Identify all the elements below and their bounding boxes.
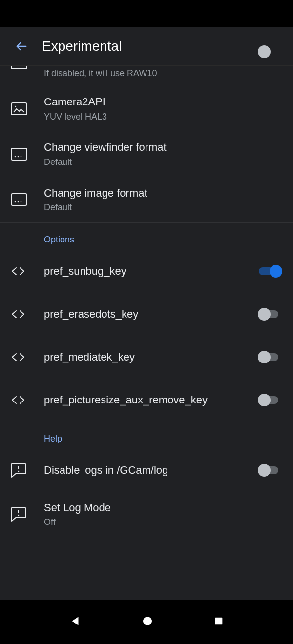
- row-text: pref_sunbug_key: [34, 264, 248, 279]
- section-header-label: Options: [44, 235, 282, 245]
- svg-rect-3: [11, 148, 27, 160]
- nav-recent-button[interactable]: [213, 616, 224, 628]
- arrow-left-icon: [15, 40, 28, 53]
- icon-slot: [11, 66, 34, 70]
- svg-rect-16: [215, 618, 222, 625]
- settings-list: If disabled, it will use RAW10 Camera2AP…: [0, 66, 293, 537]
- row-title: pref_mediatek_key: [44, 350, 248, 364]
- code-icon: [11, 266, 25, 277]
- svg-point-6: [21, 156, 22, 158]
- row-text: pref_picturesize_aux_remove_key: [34, 393, 248, 407]
- list-item-pref-mediatek[interactable]: pref_mediatek_key: [0, 336, 293, 379]
- row-subtitle: Default: [44, 157, 282, 168]
- toggle-sunbug[interactable]: [259, 264, 282, 278]
- code-icon: [11, 352, 25, 362]
- toggle-partial[interactable]: [259, 54, 282, 68]
- icon-slot: [11, 309, 34, 320]
- list-item-set-log-mode[interactable]: Set Log Mode Off: [0, 492, 293, 537]
- row-title: pref_erasedots_key: [44, 307, 248, 322]
- section-header-options: Options: [0, 223, 293, 250]
- row-title: Change viewfinder format: [44, 140, 282, 155]
- format-icon: [11, 193, 27, 206]
- icon-slot: [11, 352, 34, 362]
- row-text: Change viewfinder format Default: [34, 140, 282, 168]
- list-item-pref-erasedots[interactable]: pref_erasedots_key: [0, 293, 293, 336]
- toggle-disable-logs[interactable]: [259, 463, 282, 477]
- page-title: Experimental: [42, 39, 122, 54]
- row-title: pref_picturesize_aux_remove_key: [44, 393, 248, 407]
- icon-slot: [11, 148, 34, 161]
- icon-slot: [11, 507, 34, 522]
- list-item-pref-picturesize-aux-remove[interactable]: pref_picturesize_aux_remove_key: [0, 379, 293, 422]
- list-item-image-format[interactable]: Change image format Default: [0, 177, 293, 222]
- icon-slot: [11, 463, 34, 478]
- row-text: Set Log Mode Off: [34, 501, 282, 528]
- app-screen: Experimental If disabled, it will use RA…: [0, 27, 293, 600]
- row-text: pref_mediatek_key: [34, 350, 248, 364]
- row-text: Camera2API YUV level HAL3: [34, 95, 282, 122]
- code-icon: [11, 395, 25, 405]
- list-item-disable-logs[interactable]: Disable logs in /GCam/log: [0, 449, 293, 492]
- nav-back-button[interactable]: [69, 615, 82, 629]
- row-trailing: [248, 264, 282, 278]
- row-trailing: [248, 307, 282, 321]
- code-icon: [11, 309, 25, 320]
- svg-rect-1: [11, 103, 27, 115]
- row-subtitle: YUV level HAL3: [44, 111, 282, 122]
- row-trailing: [248, 463, 282, 477]
- icon-slot: [11, 395, 34, 405]
- format-icon: [11, 148, 27, 161]
- section-header-help: Help: [0, 422, 293, 449]
- row-text: Change image format Default: [34, 186, 282, 214]
- svg-rect-0: [11, 66, 27, 69]
- icon-slot: [11, 102, 34, 115]
- row-title: Disable logs in /GCam/log: [44, 463, 248, 478]
- row-subtitle: Off: [44, 517, 282, 528]
- row-trailing: [248, 393, 282, 407]
- nav-home-button[interactable]: [142, 615, 153, 629]
- back-button[interactable]: [10, 35, 33, 58]
- svg-point-12: [18, 470, 20, 472]
- icon-slot: [11, 193, 34, 206]
- toggle-erasedots[interactable]: [259, 307, 282, 321]
- svg-point-14: [18, 515, 20, 516]
- row-title: Change image format: [44, 186, 282, 201]
- image-icon: [11, 102, 27, 115]
- list-item-pref-sunbug[interactable]: pref_sunbug_key: [0, 250, 293, 293]
- app-bar: Experimental: [0, 27, 293, 66]
- row-text: pref_erasedots_key: [34, 307, 248, 322]
- svg-point-4: [15, 156, 16, 158]
- circle-home-icon: [142, 615, 153, 627]
- row-title: pref_sunbug_key: [44, 264, 248, 279]
- row-title: Set Log Mode: [44, 501, 282, 515]
- svg-point-9: [18, 201, 19, 203]
- feedback-icon: [11, 507, 26, 522]
- toggle-mediatek[interactable]: [259, 350, 282, 364]
- row-text: If disabled, it will use RAW10: [34, 66, 248, 79]
- toggle-picturesize-aux-remove[interactable]: [259, 393, 282, 407]
- row-text: Disable logs in /GCam/log: [34, 463, 248, 478]
- partial-icon: [11, 66, 27, 70]
- row-title: Camera2API: [44, 95, 282, 109]
- svg-point-2: [15, 106, 16, 107]
- row-subtitle: If disabled, it will use RAW10: [44, 68, 248, 79]
- icon-slot: [11, 266, 34, 277]
- svg-rect-7: [11, 194, 27, 205]
- feedback-icon: [11, 463, 26, 478]
- row-subtitle: Default: [44, 202, 282, 213]
- triangle-back-icon: [69, 615, 82, 627]
- square-recent-icon: [213, 616, 224, 626]
- row-trailing: [248, 350, 282, 364]
- row-trailing: [248, 66, 282, 68]
- section-header-label: Help: [44, 434, 282, 444]
- svg-point-10: [21, 201, 22, 203]
- list-item-partial[interactable]: If disabled, it will use RAW10: [0, 66, 293, 86]
- svg-point-5: [18, 156, 19, 158]
- svg-point-15: [143, 617, 152, 625]
- list-item-camera2api[interactable]: Camera2API YUV level HAL3: [0, 86, 293, 131]
- list-item-viewfinder-format[interactable]: Change viewfinder format Default: [0, 131, 293, 177]
- system-nav-bar: [0, 600, 293, 644]
- svg-point-8: [15, 201, 16, 203]
